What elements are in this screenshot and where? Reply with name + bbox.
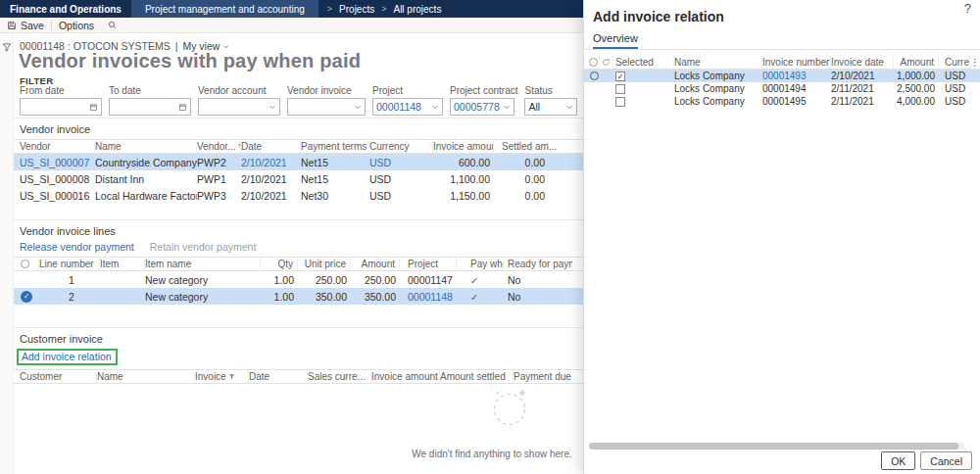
vendor-invoice-row[interactable]: US_SI_000007 Countryside Company PWP2 2/… <box>14 154 583 170</box>
column-filter-icon <box>228 373 235 380</box>
dialog-title: Add invoice relation <box>593 9 724 24</box>
refresh-icon[interactable] <box>600 56 613 69</box>
col-header-selected[interactable]: Selected <box>613 56 674 69</box>
help-icon[interactable]: ? <box>964 1 971 16</box>
col-header-name[interactable]: Name <box>95 140 197 153</box>
calendar-icon[interactable] <box>178 103 187 112</box>
horizontal-scrollbar[interactable] <box>589 443 964 450</box>
col-header-sales-currency[interactable]: Sales curre... <box>308 370 371 383</box>
add-invoice-relation-button[interactable]: Add invoice relation <box>22 351 112 362</box>
pay-when-paid-check-icon <box>457 291 504 303</box>
tab-overview[interactable]: Overview <box>593 32 638 49</box>
col-header-project[interactable]: Project <box>400 258 457 270</box>
cell-invoice-amount: 600.00 <box>433 157 494 168</box>
to-date-input[interactable] <box>109 98 191 116</box>
col-header-date[interactable]: Date <box>241 140 301 153</box>
search-button[interactable] <box>101 18 123 32</box>
col-header-ready[interactable]: Ready for payment <box>504 258 572 270</box>
chevron-down-icon[interactable] <box>354 103 362 111</box>
col-header-name[interactable]: Name <box>97 370 195 383</box>
dialog-grid-row[interactable]: Locks Company 00001495 2/11/2021 4,000.0… <box>584 95 980 108</box>
col-header-invoice-amount[interactable]: Invoice amount <box>433 140 494 153</box>
project-value[interactable]: 00001148 <box>376 101 421 113</box>
col-header-currency[interactable]: Currency <box>369 140 433 153</box>
vendor-invoice-grid: Vendor Name Vendor... Date Payment terms… <box>14 139 583 204</box>
col-header-amount[interactable]: Amount <box>894 56 939 69</box>
filter-pane-toggle[interactable] <box>2 42 12 474</box>
col-header-currency[interactable]: Currency <box>939 56 970 69</box>
vendor-invoice-line-row[interactable]: 2 New category 1.00 350.00 350.00 000011… <box>14 288 583 305</box>
col-header-item-name[interactable]: Item name <box>145 258 261 270</box>
col-header-qty[interactable]: Qty <box>261 258 298 270</box>
col-header-unit-price[interactable]: Unit price <box>298 258 351 270</box>
chevron-down-icon[interactable] <box>431 103 439 111</box>
vendor-invoice-row[interactable]: US_SI_000008 Distant Inn PWP1 2/10/2021 … <box>14 170 583 187</box>
col-header-date[interactable]: Date <box>249 370 308 383</box>
col-header-invoice-number[interactable]: Invoice number <box>762 56 831 69</box>
cell-date: 2/10/2021 <box>241 173 301 185</box>
from-date-input[interactable] <box>20 98 102 116</box>
nav-module-menu[interactable]: Project management and accounting <box>131 0 318 18</box>
dialog-grid-row[interactable]: Locks Company 00001493 2/10/2021 1,000.0… <box>584 70 980 82</box>
selected-checkbox[interactable] <box>613 97 674 107</box>
cell-unit-price: 350.00 <box>298 291 351 303</box>
col-header-amount[interactable]: Amount <box>351 258 400 270</box>
selected-checkbox[interactable] <box>613 84 674 94</box>
cell-project-link[interactable]: 00001148 <box>400 291 457 303</box>
select-all-circle-icon[interactable] <box>14 258 39 270</box>
cell-name: Countryside Company <box>95 157 197 168</box>
cell-date-link[interactable]: 2/10/2021 <box>241 157 301 168</box>
cell-item-name: New category <box>145 274 261 286</box>
col-header-item[interactable]: Item <box>100 258 145 270</box>
vendor-account-input[interactable] <box>198 98 280 116</box>
breadcrumb-all-projects[interactable]: All projects <box>393 4 441 15</box>
col-header-settled-amount[interactable]: Settled am... <box>494 140 557 153</box>
ok-button[interactable]: OK <box>881 451 915 470</box>
dialog-grid-row[interactable]: Locks Company 00001494 2/11/2021 2,500.0… <box>584 82 980 95</box>
cell-vendor-link[interactable]: US_SI_000007 <box>14 157 95 168</box>
more-options-icon[interactable]: ⋮ <box>970 56 980 69</box>
col-header-invoice[interactable]: Invoice <box>195 370 249 383</box>
project-contract-value[interactable]: 00005778 <box>454 101 500 113</box>
options-button[interactable]: Options <box>52 18 101 32</box>
release-vendor-payment-button[interactable]: Release vendor payment <box>20 241 134 253</box>
cell-payment-terms: Net30 <box>301 190 369 202</box>
vendor-invoice-row[interactable]: US_SI_000016 Local Hardware Factory PWP3… <box>14 187 583 204</box>
col-header-vendor-hold[interactable]: Vendor... <box>197 140 241 153</box>
scrollbar-thumb[interactable] <box>589 443 958 450</box>
status-input[interactable]: All <box>524 98 577 116</box>
cell-invoice-number-link[interactable]: 00001493 <box>762 71 831 81</box>
col-header-invoice-amount[interactable]: Invoice amount <box>371 370 440 383</box>
chevron-down-icon <box>222 43 229 50</box>
calendar-icon[interactable] <box>89 103 98 112</box>
col-header-customer[interactable]: Customer <box>14 370 97 383</box>
col-header-pay-when[interactable]: Pay when ... <box>457 258 504 270</box>
chevron-down-icon[interactable] <box>565 103 573 111</box>
col-header-name[interactable]: Name <box>674 56 762 69</box>
col-header-payment-terms[interactable]: Payment terms <box>301 140 369 153</box>
select-all-circle-icon[interactable] <box>588 56 600 69</box>
col-header-payment-due[interactable]: Payment due <box>514 370 582 383</box>
cancel-button[interactable]: Cancel <box>920 451 972 470</box>
cell-currency-link[interactable]: USD <box>369 157 433 168</box>
chevron-down-icon[interactable] <box>503 103 511 111</box>
col-header-vendor[interactable]: Vendor <box>14 140 95 153</box>
project-contract-input[interactable]: 00005778 <box>450 98 514 116</box>
project-input[interactable]: 00001148 <box>372 98 443 116</box>
selected-checkbox[interactable] <box>613 71 674 81</box>
row-selected-check-icon[interactable] <box>14 291 39 303</box>
vendor-invoice-line-row[interactable]: 1 New category 1.00 250.00 250.00 000011… <box>14 271 583 288</box>
cell-payment-terms: Net15 <box>301 157 369 168</box>
filter-row: From date To date Vendor acc <box>20 85 577 116</box>
row-selector-radio[interactable] <box>588 71 600 80</box>
save-button[interactable]: Save <box>0 18 51 32</box>
breadcrumb-separator-icon: > <box>327 4 332 14</box>
vendor-invoice-input[interactable] <box>287 98 366 116</box>
col-header-line-number[interactable]: Line number <box>39 258 100 270</box>
col-header-amount-settled[interactable]: Amount settled <box>440 370 514 383</box>
app-brand[interactable]: Finance and Operations <box>0 0 131 18</box>
chevron-down-icon[interactable] <box>269 103 276 111</box>
col-header-invoice-date[interactable]: Invoice date <box>831 56 894 69</box>
filter-field-vendor-invoice: Vendor invoice <box>287 85 366 116</box>
breadcrumb-projects[interactable]: Projects <box>339 4 374 15</box>
